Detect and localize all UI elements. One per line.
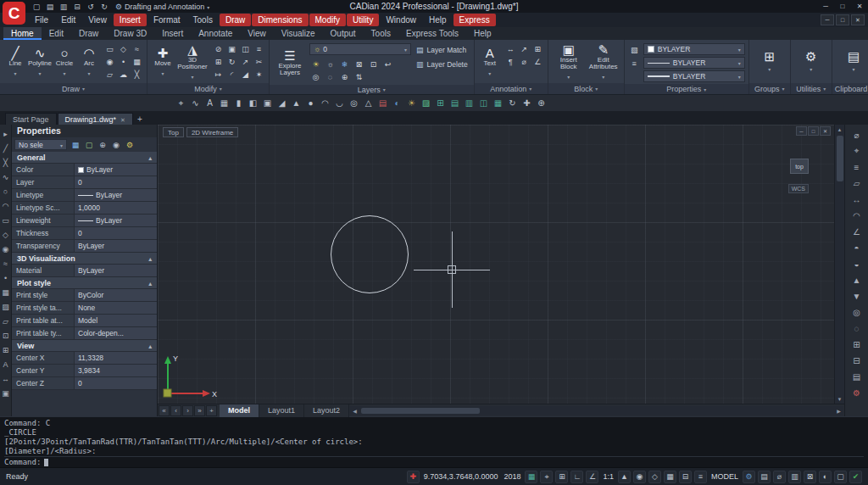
- ellipse-icon[interactable]: ◉: [0, 242, 11, 256]
- maximize-button[interactable]: □: [834, 0, 851, 13]
- panel-label-modify[interactable]: Modify: [147, 83, 269, 94]
- ribbon-tab[interactable]: Home: [3, 27, 42, 40]
- scroll-left-icon[interactable]: ◀: [350, 408, 359, 414]
- layer-merge-icon[interactable]: ⊕: [338, 71, 351, 83]
- trim-icon[interactable]: ✂: [253, 56, 265, 68]
- child-minimize-button[interactable]: ─: [821, 14, 834, 25]
- ribbon-tab[interactable]: View: [240, 27, 274, 40]
- section-header-3d-visualization[interactable]: 3D Visualization: [12, 253, 157, 265]
- layer-previous-icon[interactable]: ↩: [381, 59, 394, 70]
- grid-display-icon[interactable]: ▦: [664, 471, 676, 483]
- model-indicator[interactable]: MODEL: [709, 471, 740, 483]
- lineweight-control[interactable]: BYLAYER: [643, 70, 745, 82]
- mesh-icon[interactable]: ▤: [376, 97, 389, 110]
- layer-off-icon[interactable]: ☼: [324, 59, 337, 70]
- layer-isolate-icon[interactable]: ◎: [309, 71, 322, 83]
- property-value[interactable]: Color-depen...: [75, 327, 157, 340]
- distance-icon[interactable]: ⌖: [175, 97, 187, 110]
- mirror-icon[interactable]: ◫: [239, 43, 252, 55]
- polar-icon[interactable]: ∠: [586, 471, 598, 483]
- horizontal-scrollbar[interactable]: ◀ ▶: [350, 406, 843, 415]
- lock-ui-icon[interactable]: ⊠: [804, 471, 816, 483]
- status-ok-icon[interactable]: ✔: [849, 471, 862, 483]
- layout-tab[interactable]: Layout1: [259, 404, 304, 417]
- osnap-icon[interactable]: ◇: [648, 471, 661, 483]
- polyline-button[interactable]: ∿ Polyline: [28, 42, 52, 81]
- tracking-icon[interactable]: ✚: [407, 471, 420, 483]
- point-icon[interactable]: •: [0, 271, 11, 285]
- ribbon-tab[interactable]: Visualize: [274, 27, 323, 40]
- insert-block-button[interactable]: ▣ Insert Block: [552, 42, 586, 81]
- quick-properties-icon[interactable]: ▥: [788, 471, 801, 483]
- scrollbar-thumb[interactable]: [361, 408, 480, 414]
- 3d-positioner-button[interactable]: ◮ 3D Positioner: [175, 42, 209, 81]
- hide-icon[interactable]: ◌: [849, 321, 865, 336]
- rotate-icon[interactable]: ↻: [225, 56, 238, 68]
- property-value[interactable]: None: [75, 302, 157, 315]
- move-up-icon[interactable]: ▲: [849, 272, 865, 287]
- spline-icon[interactable]: ≈: [0, 257, 11, 270]
- properties-icon[interactable]: ▤: [849, 369, 865, 384]
- ribbon-tab[interactable]: Draw 3D: [106, 27, 154, 40]
- drawing-canvas[interactable]: Top 2D Wireframe ─ □ ✕ top: [158, 125, 834, 404]
- section-header-general[interactable]: General: [12, 152, 157, 164]
- sheet-set-icon[interactable]: ▥: [463, 97, 476, 110]
- polygon-icon[interactable]: ◇: [117, 43, 130, 55]
- property-value[interactable]: ByLayer: [75, 189, 157, 202]
- pin-palette-icon[interactable]: ◉: [110, 139, 122, 151]
- utilities-button[interactable]: ⚙: [794, 50, 828, 73]
- close-button[interactable]: ✕: [851, 0, 868, 13]
- polyline-edit-icon[interactable]: ∿: [189, 97, 202, 110]
- angle-icon[interactable]: ∠: [849, 224, 865, 239]
- dimension-icon[interactable]: ↔: [0, 372, 11, 386]
- property-value[interactable]: ByLayer: [75, 215, 157, 227]
- scale-indicator[interactable]: 1:1: [601, 471, 615, 483]
- property-value[interactable]: 0: [75, 227, 157, 240]
- panel-label[interactable]: Clipboard: [832, 83, 868, 94]
- view-cube[interactable]: top: [790, 159, 809, 174]
- ribbon-tab[interactable]: Annotate: [191, 27, 240, 40]
- data-view-icon[interactable]: ▦: [492, 97, 504, 110]
- groups-button[interactable]: ⊞: [753, 50, 787, 73]
- dish-icon[interactable]: ◡: [333, 97, 346, 110]
- layer-unisolate-icon[interactable]: ◌: [324, 71, 337, 83]
- material-icon[interactable]: ▨: [420, 97, 432, 110]
- solid-fill-icon[interactable]: ▮: [232, 97, 245, 110]
- command-input-row[interactable]: Command:: [4, 456, 864, 467]
- copy-icon[interactable]: ▣: [225, 43, 238, 55]
- layer-lock-icon[interactable]: ⊠: [353, 59, 365, 70]
- hatch-icon[interactable]: ▦: [0, 286, 11, 299]
- scroll-right-icon[interactable]: ▶: [834, 408, 843, 414]
- menu-item[interactable]: Utility: [347, 14, 379, 26]
- selection-dropdown[interactable]: No sele: [14, 139, 67, 150]
- arc-button[interactable]: ◠ Arc: [77, 42, 101, 81]
- annotation-monitor-icon[interactable]: ▤: [758, 471, 771, 483]
- line-icon[interactable]: ╱: [0, 142, 11, 155]
- construction-line-icon[interactable]: ╳: [131, 69, 143, 81]
- minimize-button[interactable]: ─: [817, 0, 834, 13]
- dynamic-input-icon[interactable]: ⊟: [679, 471, 692, 483]
- layout-tab[interactable]: Layout2: [304, 404, 349, 417]
- table-icon[interactable]: ⊞: [531, 43, 544, 55]
- pan-icon[interactable]: ✚: [520, 97, 533, 110]
- wedge-icon[interactable]: ◢: [275, 97, 288, 110]
- select-objects-icon[interactable]: ▢: [83, 139, 95, 151]
- next-layout-button[interactable]: ›: [182, 405, 193, 416]
- text-tool-icon[interactable]: A: [203, 97, 216, 110]
- panel-label-block[interactable]: Block: [548, 83, 624, 94]
- coordinates[interactable]: 9.7034,3.7648,0.0000: [422, 471, 500, 483]
- panel-label-layers[interactable]: Layers: [270, 85, 474, 94]
- linetype-control[interactable]: BYLAYER: [643, 57, 745, 69]
- menu-item[interactable]: Tools: [187, 14, 219, 26]
- property-value[interactable]: ByLayer: [75, 265, 157, 277]
- layer-freeze-icon[interactable]: ❄: [338, 59, 351, 70]
- draw-order-front-icon[interactable]: ◓: [849, 240, 865, 255]
- chamfer-icon[interactable]: ◢: [239, 69, 252, 81]
- section-header-view[interactable]: View: [12, 340, 157, 352]
- light-icon[interactable]: ☀: [405, 97, 418, 110]
- box-icon[interactable]: ▣: [261, 97, 274, 110]
- ribbon-tab[interactable]: Draw: [71, 27, 106, 40]
- text-icon[interactable]: A: [0, 358, 11, 371]
- property-value[interactable]: 11,3328: [75, 352, 157, 365]
- ungroup-icon[interactable]: ⊟: [849, 353, 865, 368]
